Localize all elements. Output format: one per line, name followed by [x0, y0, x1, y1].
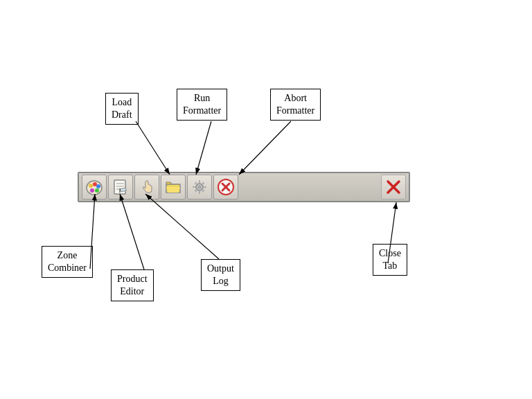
svg-rect-16: [193, 186, 195, 188]
svg-rect-17: [204, 186, 206, 188]
svg-line-31: [136, 121, 170, 175]
product-editor-label: Product Editor: [111, 269, 154, 301]
output-log-label: Output Log: [201, 259, 240, 291]
svg-line-29: [120, 194, 144, 269]
load-draft-button[interactable]: [161, 175, 186, 200]
svg-rect-15: [199, 191, 200, 194]
hand-cursor-icon: [137, 177, 157, 197]
svg-point-3: [96, 184, 100, 188]
load-draft-label: Load Draft: [105, 93, 139, 125]
zone-combiner-label: Zone Combiner: [42, 246, 93, 278]
close-tab-button[interactable]: [381, 175, 406, 200]
abort-formatter-button[interactable]: [213, 175, 238, 200]
svg-point-2: [93, 182, 97, 186]
run-formatter-button[interactable]: [187, 175, 212, 200]
svg-point-4: [95, 188, 99, 193]
svg-point-1: [89, 184, 93, 188]
abort-x-circle-icon: [216, 177, 236, 197]
close-tab-label: Close Tab: [373, 244, 407, 276]
gear-icon: [190, 177, 209, 197]
svg-point-5: [90, 188, 94, 193]
svg-line-33: [239, 121, 291, 175]
close-x-icon: [384, 177, 403, 197]
toolbar: [78, 172, 410, 202]
svg-line-32: [196, 121, 211, 175]
svg-point-13: [197, 185, 202, 189]
abort-formatter-label: Abort Formatter: [270, 89, 321, 121]
run-formatter-label: Run Formatter: [177, 89, 227, 121]
palette-icon: [85, 177, 104, 197]
pencil-page-icon: [111, 177, 130, 197]
open-folder-icon: [163, 177, 183, 197]
zone-combiner-button[interactable]: [82, 175, 107, 200]
product-editor-button[interactable]: [108, 175, 133, 200]
svg-line-30: [145, 194, 219, 259]
svg-rect-14: [199, 180, 200, 183]
output-log-button[interactable]: [134, 175, 159, 200]
